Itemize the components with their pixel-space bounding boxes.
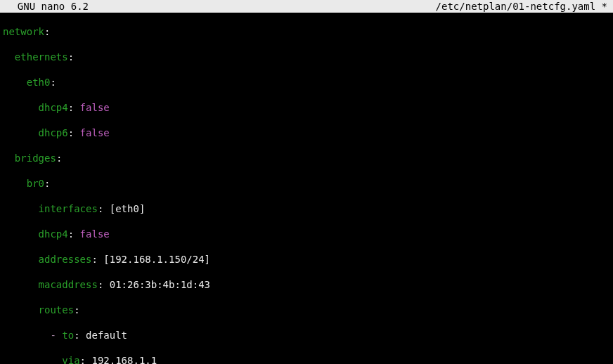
key-routes: routes <box>39 304 75 316</box>
colon: : <box>74 304 79 316</box>
colon: : <box>50 77 56 88</box>
yaml-line: eth0: <box>3 76 610 89</box>
yaml-line: dhcp6: false <box>3 126 610 139</box>
val-addresses: 192.168.1.150/24 <box>110 254 205 265</box>
yaml-line: dhcp4: false <box>3 101 610 114</box>
app-name: GNU nano 6.2 <box>6 0 89 13</box>
key-dhcp4: dhcp4 <box>39 228 68 240</box>
yaml-line: interfaces: [eth0] <box>3 202 610 215</box>
punct-rbracket: ] <box>139 203 145 214</box>
yaml-line: routes: <box>3 304 610 316</box>
yaml-line: - to: default <box>3 329 610 342</box>
key-addresses: addresses <box>39 254 92 265</box>
colon: : <box>91 254 97 265</box>
punct-lbracket: [ <box>110 203 115 214</box>
colon: : <box>98 279 103 290</box>
val-false: false <box>80 228 110 240</box>
editor-area[interactable]: network: ethernets: eth0: dhcp4: false d… <box>0 13 613 364</box>
yaml-line: macaddress: 01:26:3b:4b:1d:43 <box>3 278 610 291</box>
yaml-line: dhcp4: false <box>3 228 610 240</box>
nano-titlebar: GNU nano 6.2 /etc/netplan/01-netcfg.yaml… <box>0 0 613 13</box>
key-bridges: bridges <box>15 152 56 164</box>
yaml-line: addresses: [192.168.1.150/24] <box>3 253 610 266</box>
val-macaddress: 01:26:3b:4b:1d:43 <box>110 279 210 290</box>
punct-rbracket: ] <box>205 254 210 265</box>
colon: : <box>80 355 86 364</box>
val-to: default <box>86 330 127 341</box>
key-dhcp6: dhcp6 <box>39 127 68 138</box>
colon: : <box>68 228 74 240</box>
key-ethernets: ethernets <box>15 51 68 63</box>
yaml-line: br0: <box>3 177 610 190</box>
colon: : <box>44 26 50 37</box>
colon: : <box>68 51 74 63</box>
yaml-line: bridges: <box>3 152 610 164</box>
colon: : <box>56 152 62 164</box>
colon: : <box>68 102 74 113</box>
key-to: to <box>62 330 74 341</box>
key-interfaces: interfaces <box>39 203 98 214</box>
key-eth0: eth0 <box>27 77 51 88</box>
val-via: 192.168.1.1 <box>91 355 157 364</box>
colon: : <box>44 178 50 189</box>
yaml-line: network: <box>3 25 610 38</box>
file-name: /etc/netplan/01-netcfg.yaml * <box>436 0 607 13</box>
key-macaddress: macaddress <box>39 279 98 290</box>
colon: : <box>74 330 79 341</box>
key-dhcp4: dhcp4 <box>39 102 68 113</box>
key-via: via <box>62 355 79 364</box>
yaml-line: ethernets: <box>3 51 610 63</box>
punct-dash: - <box>50 330 56 341</box>
yaml-line: via: 192.168.1.1 <box>3 354 610 364</box>
key-network: network <box>3 26 44 37</box>
val-false: false <box>80 127 110 138</box>
colon: : <box>68 127 74 138</box>
val-false: false <box>80 102 110 113</box>
val-interfaces: eth0 <box>115 203 139 214</box>
key-br0: br0 <box>27 178 44 189</box>
punct-lbracket: [ <box>103 254 109 265</box>
colon: : <box>98 203 103 214</box>
